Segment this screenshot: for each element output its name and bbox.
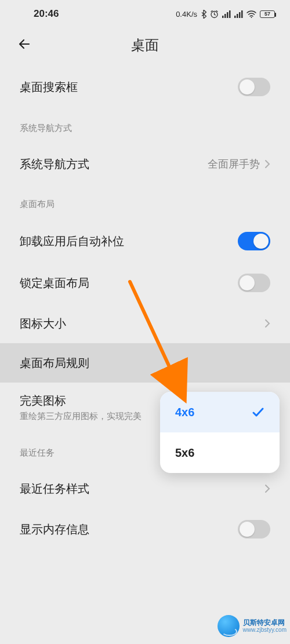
watermark-url: www.zjbstyy.com <box>243 627 287 633</box>
status-icons: 0.4K/s 57 <box>176 10 275 19</box>
toggle-lock-layout[interactable] <box>238 274 270 292</box>
svg-rect-2 <box>224 14 226 18</box>
row-mem-info[interactable]: 显示内存信息 <box>0 508 290 550</box>
check-icon <box>252 406 264 419</box>
net-speed: 0.4K/s <box>176 10 197 19</box>
status-bar: 20:46 0.4K/s 57 <box>0 0 290 28</box>
clock: 20:46 <box>34 8 59 20</box>
row-label: 锁定桌面布局 <box>20 275 89 291</box>
svg-rect-4 <box>229 10 231 18</box>
svg-rect-1 <box>222 16 224 18</box>
watermark: 贝斯特安卓网 www.zjbstyy.com <box>217 615 287 637</box>
option-label: 5x6 <box>175 446 194 460</box>
row-value: 全面屏手势 <box>208 157 260 171</box>
header: 桌面 <box>0 28 290 63</box>
chevron-right-icon <box>264 159 270 169</box>
row-icon-size[interactable]: 图标大小 <box>0 304 290 343</box>
wifi-icon <box>246 10 256 18</box>
row-label: 完美图标 <box>20 393 142 409</box>
watermark-logo <box>217 615 240 637</box>
row-subtitle: 重绘第三方应用图标，实现完美 <box>20 411 142 422</box>
toggle-mem-info[interactable] <box>238 520 270 539</box>
section-nav: 系统导航方式 <box>0 108 290 144</box>
layout-rule-popup: 4x6 5x6 <box>160 392 280 473</box>
signal-icon-2 <box>234 10 243 18</box>
svg-point-9 <box>251 17 252 18</box>
alarm-icon <box>210 10 219 19</box>
option-label: 4x6 <box>175 406 194 419</box>
bluetooth-icon <box>201 10 206 19</box>
svg-rect-5 <box>234 16 236 18</box>
row-recent-style[interactable]: 最近任务样式 <box>0 469 290 508</box>
chevron-right-icon <box>264 484 270 493</box>
chevron-right-icon <box>264 319 270 328</box>
row-label: 显示内存信息 <box>20 522 89 537</box>
section-layout: 桌面布局 <box>0 184 290 220</box>
battery-icon: 57 <box>260 10 275 18</box>
watermark-brand: 贝斯特安卓网 <box>243 619 287 627</box>
svg-rect-3 <box>227 12 229 18</box>
row-lock-layout[interactable]: 锁定桌面布局 <box>0 262 290 304</box>
row-layout-rule[interactable]: 桌面布局规则 <box>0 343 290 383</box>
row-label: 系统导航方式 <box>20 157 89 172</box>
signal-icon <box>222 10 231 18</box>
row-label: 桌面搜索框 <box>20 79 78 95</box>
svg-rect-7 <box>239 12 241 18</box>
toggle-autofill[interactable] <box>238 232 270 250</box>
row-label: 最近任务样式 <box>20 481 89 497</box>
settings-list: 桌面搜索框 系统导航方式 系统导航方式 全面屏手势 桌面布局 卸载应用后自动补位… <box>0 63 290 585</box>
option-5x6[interactable]: 5x6 <box>160 432 280 473</box>
back-button[interactable] <box>16 36 32 54</box>
option-4x6[interactable]: 4x6 <box>160 392 280 432</box>
svg-rect-6 <box>237 14 238 18</box>
row-label: 桌面布局规则 <box>20 355 89 371</box>
row-label: 卸载应用后自动补位 <box>20 234 124 249</box>
row-autofill[interactable]: 卸载应用后自动补位 <box>0 220 290 262</box>
row-nav-mode[interactable]: 系统导航方式 全面屏手势 <box>0 144 290 184</box>
row-label: 图标大小 <box>20 316 66 332</box>
row-desktop-search[interactable]: 桌面搜索框 <box>0 66 290 108</box>
page-title: 桌面 <box>0 36 290 54</box>
svg-rect-8 <box>241 10 243 18</box>
toggle-desktop-search[interactable] <box>238 78 270 96</box>
